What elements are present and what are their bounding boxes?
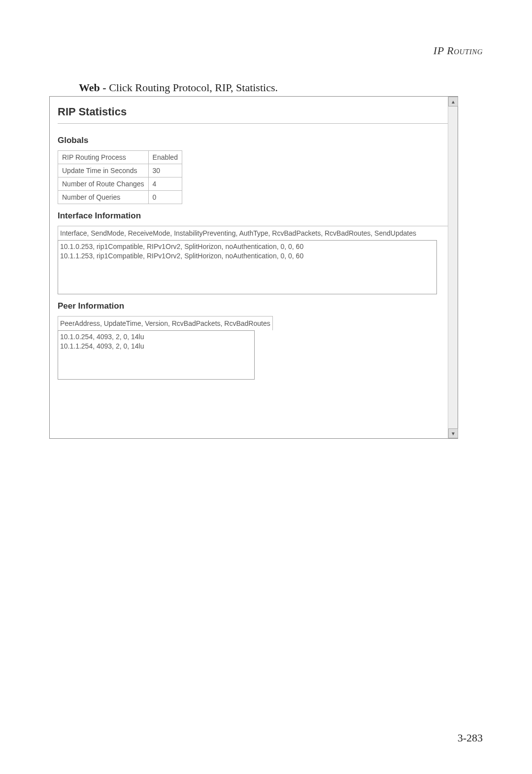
list-item[interactable]: 10.1.1.253, rip1Compatible, RIPv1Orv2, S…	[60, 251, 434, 261]
scroll-down-button[interactable]: ▼	[448, 428, 458, 438]
panel-title: RIP Statistics	[58, 106, 450, 118]
globals-table: RIP Routing Process Enabled Update Time …	[58, 150, 182, 204]
globals-value: 0	[148, 191, 182, 204]
page-number: 3-283	[458, 732, 483, 744]
globals-value: 30	[148, 164, 182, 177]
instruction-text: Click Routing Protocol, RIP, Statistics.	[109, 81, 278, 94]
globals-value: 4	[148, 177, 182, 191]
interface-heading: Interface Information	[58, 211, 450, 221]
table-row: RIP Routing Process Enabled	[58, 151, 182, 164]
instruction-line: Web - Click Routing Protocol, RIP, Stati…	[79, 81, 278, 94]
panel-content: RIP Statistics Globals RIP Routing Proce…	[50, 97, 458, 438]
table-row: Update Time in Seconds 30	[58, 164, 182, 177]
table-row: Number of Queries 0	[58, 191, 182, 204]
globals-label: Number of Route Changes	[58, 177, 149, 191]
globals-heading: Globals	[58, 136, 450, 145]
list-item[interactable]: 10.1.0.253, rip1Compatible, RIPv1Orv2, S…	[60, 242, 434, 251]
globals-value: Enabled	[148, 151, 182, 164]
interface-columns: Interface, SendMode, ReceiveMode, Instab…	[58, 226, 450, 240]
chevron-up-icon: ▲	[451, 99, 456, 105]
globals-label: Update Time in Seconds	[58, 164, 149, 177]
globals-label: Number of Queries	[58, 191, 149, 204]
peer-columns: PeerAddress, UpdateTime, Version, RcvBad…	[58, 316, 273, 330]
peer-heading: Peer Information	[58, 301, 450, 311]
peer-listbox[interactable]: 10.1.0.254, 4093, 2, 0, 14lu 10.1.1.254,…	[58, 330, 255, 380]
globals-label: RIP Routing Process	[58, 151, 149, 164]
screenshot-panel: RIP Statistics Globals RIP Routing Proce…	[49, 96, 458, 439]
page-header: IP Routing	[433, 44, 483, 57]
instruction-bold: Web -	[79, 81, 109, 94]
list-item[interactable]: 10.1.0.254, 4093, 2, 0, 14lu	[60, 332, 252, 342]
list-item[interactable]: 10.1.1.254, 4093, 2, 0, 14lu	[60, 342, 252, 351]
divider	[58, 123, 450, 124]
scroll-up-button[interactable]: ▲	[448, 97, 458, 106]
scrollbar[interactable]: ▲ ▼	[448, 97, 458, 438]
chevron-down-icon: ▼	[451, 431, 456, 436]
interface-listbox[interactable]: 10.1.0.253, rip1Compatible, RIPv1Orv2, S…	[58, 240, 437, 294]
table-row: Number of Route Changes 4	[58, 177, 182, 191]
